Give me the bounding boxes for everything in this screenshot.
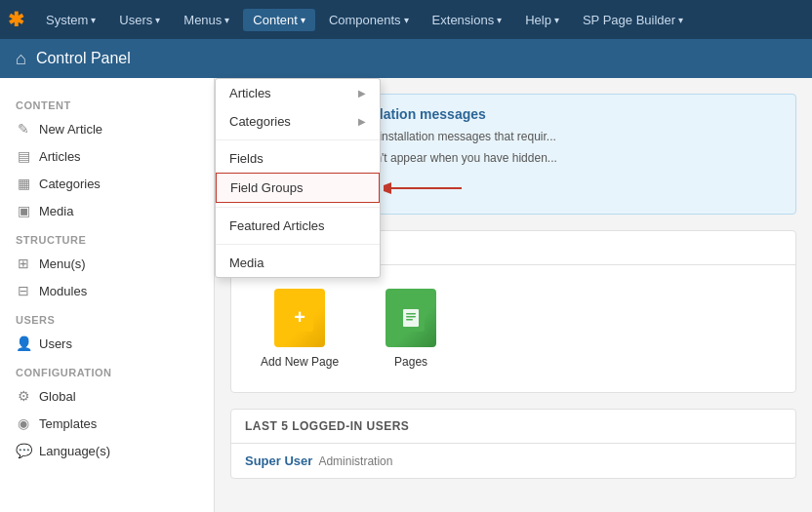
templates-icon: ◉ (16, 415, 31, 431)
sidebar-item-global[interactable]: ⚙ Global (0, 382, 214, 410)
dropdown-item-categories[interactable]: Categories ▶ (216, 107, 380, 136)
svg-rect-3 (403, 309, 419, 327)
add-page-icon: + (274, 289, 325, 347)
categories-icon: ▦ (16, 176, 31, 191)
top-navbar: ✱ System ▾ Users ▾ Menus ▾ Content ▾ Com… (0, 0, 812, 39)
sidebar-item-label: New Article (39, 122, 102, 137)
nav-users[interactable]: Users ▾ (109, 9, 170, 31)
sidebar-item-templates[interactable]: ◉ Templates (0, 410, 214, 437)
sidebar-section-structure: STRUCTURE (0, 224, 214, 250)
sidebar-item-label: Media (39, 204, 73, 218)
nav-extensions[interactable]: Extensions ▾ (423, 9, 512, 31)
dropdown-item-label: Featured Articles (229, 218, 325, 233)
sidebar-section-users: USERS (0, 304, 214, 330)
sidebar-section-content: CONTENT (0, 90, 214, 115)
chevron-down-icon: ▾ (678, 15, 683, 25)
sidebar-item-new-article[interactable]: ✎ New Article (0, 115, 214, 142)
nav-sp-label: SP Page Builder (583, 13, 675, 27)
svg-rect-4 (406, 313, 416, 315)
sidebar: CONTENT ✎ New Article ▤ Articles ▦ Categ… (0, 78, 215, 512)
nav-help-label: Help (525, 13, 551, 27)
page-title: Control Panel (36, 50, 131, 67)
home-icon: ⌂ (16, 49, 26, 69)
dropdown-item-field-groups[interactable]: Field Groups (216, 173, 380, 203)
sp-page-builder-body: + Add New Page (231, 265, 795, 392)
dropdown-divider (216, 139, 380, 140)
pages-label: Pages (394, 355, 427, 369)
media-icon: ▣ (16, 203, 31, 218)
nav-menus-label: Menus (183, 13, 222, 27)
chevron-down-icon: ▾ (155, 15, 160, 25)
chevron-down-icon: ▾ (91, 15, 96, 25)
edit-icon: ✎ (16, 121, 31, 137)
sidebar-item-users[interactable]: 👤 Users (0, 330, 214, 357)
add-new-page-label: Add New Page (261, 355, 339, 369)
sidebar-item-modules[interactable]: ⊟ Modules (0, 277, 214, 304)
sidebar-section-config: CONFIGURATION (0, 357, 214, 382)
sidebar-item-languages[interactable]: 💬 Language(s) (0, 437, 214, 464)
dropdown-item-label: Categories (229, 114, 291, 129)
nav-content-label: Content (253, 13, 298, 27)
sidebar-item-label: Templates (39, 416, 97, 431)
sidebar-item-label: Modules (39, 284, 87, 298)
sidebar-item-categories[interactable]: ▦ Categories (0, 170, 214, 197)
chevron-down-icon: ▾ (224, 15, 229, 25)
chevron-down-icon: ▾ (301, 15, 305, 25)
dropdown-item-articles[interactable]: Articles ▶ (216, 79, 380, 107)
sidebar-item-label: Categories (39, 177, 101, 191)
dropdown-item-media[interactable]: Media (216, 249, 380, 277)
logged-in-users-widget: LAST 5 LOGGED-IN USERS Super User Admini… (230, 409, 796, 479)
users-icon: 👤 (16, 335, 31, 351)
chevron-down-icon: ▾ (554, 15, 559, 25)
user-link[interactable]: Super User (245, 453, 312, 468)
arrow-right-icon: ▶ (358, 88, 366, 98)
dropdown-item-featured-articles[interactable]: Featured Articles (216, 212, 380, 240)
dropdown-item-label: Media (229, 256, 264, 270)
red-arrow-annotation (384, 175, 467, 202)
gear-icon: ⚙ (16, 388, 31, 404)
brand-logo: ✱ (8, 8, 24, 31)
pages-icon (386, 289, 436, 347)
joomla-icon: ✱ (8, 8, 24, 31)
sidebar-item-label: Menu(s) (39, 256, 86, 271)
nav-content[interactable]: Content ▾ (243, 9, 315, 31)
dropdown-item-label: Field Groups (230, 180, 303, 195)
add-new-page-card[interactable]: + Add New Page (245, 279, 354, 378)
users-list: Super User Administration (231, 444, 795, 478)
sidebar-item-label: Global (39, 389, 76, 404)
sidebar-item-label: Articles (39, 149, 81, 164)
dropdown-divider (216, 244, 380, 245)
sidebar-item-media[interactable]: ▣ Media (0, 197, 214, 224)
subheader: ⌂ Control Panel (0, 39, 812, 78)
nav-menus[interactable]: Menus ▾ (174, 9, 239, 31)
articles-icon: ▤ (16, 148, 31, 164)
dropdown-item-label: Fields (229, 151, 264, 166)
user-item: Super User Administration (245, 453, 782, 468)
nav-extensions-label: Extensions (432, 13, 495, 27)
user-role: Administration (318, 454, 392, 468)
logged-in-users-header: LAST 5 LOGGED-IN USERS (231, 410, 795, 444)
sidebar-item-label: Language(s) (39, 444, 110, 458)
nav-components[interactable]: Components ▾ (319, 9, 419, 31)
main-layout: CONTENT ✎ New Article ▤ Articles ▦ Categ… (0, 78, 812, 512)
nav-sp-page-builder[interactable]: SP Page Builder ▾ (573, 9, 693, 31)
sidebar-item-menus[interactable]: ⊞ Menu(s) (0, 250, 214, 277)
pages-card[interactable]: Pages (370, 279, 452, 378)
modules-icon: ⊟ (16, 283, 31, 298)
svg-text:+: + (294, 306, 305, 328)
dropdown-item-fields[interactable]: Fields (216, 144, 380, 173)
chevron-down-icon: ▾ (404, 15, 409, 25)
svg-rect-6 (406, 319, 413, 321)
languages-icon: 💬 (16, 443, 31, 458)
nav-users-label: Users (119, 13, 152, 27)
nav-system[interactable]: System ▾ (36, 9, 105, 31)
nav-help[interactable]: Help ▾ (515, 9, 569, 31)
dropdown-item-label: Articles (229, 86, 271, 100)
sidebar-item-label: Users (39, 336, 72, 351)
content-dropdown-menu[interactable]: Articles ▶ Categories ▶ Fields Field Gro… (215, 78, 381, 278)
nav-components-label: Components (329, 13, 401, 27)
menus-icon: ⊞ (16, 256, 31, 271)
chevron-down-icon: ▾ (497, 15, 502, 25)
sidebar-item-articles[interactable]: ▤ Articles (0, 142, 214, 170)
nav-system-label: System (46, 13, 88, 27)
